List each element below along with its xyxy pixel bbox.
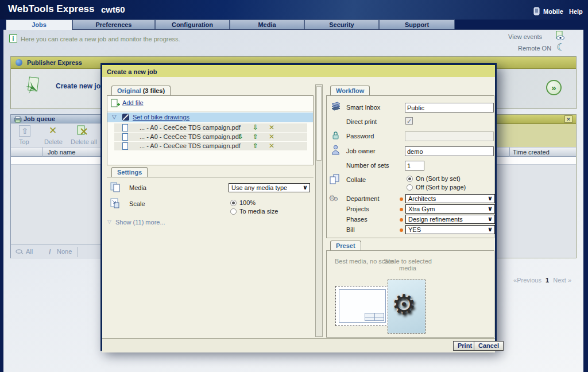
tab-original[interactable]: Original (3 files) bbox=[111, 86, 171, 95]
add-file-icon[interactable] bbox=[111, 99, 120, 109]
move-top-button[interactable]: Top bbox=[19, 138, 29, 145]
pagination-current-page[interactable]: 1 bbox=[546, 277, 549, 284]
mobile-icon[interactable] bbox=[533, 7, 541, 17]
select-all-icon[interactable] bbox=[16, 249, 24, 256]
tab-media[interactable]: Media bbox=[230, 20, 304, 29]
set-name-link[interactable]: Set of bike drawings bbox=[133, 114, 189, 121]
add-file-link[interactable]: Add file bbox=[122, 99, 144, 106]
tab-configuration[interactable]: Configuration bbox=[155, 20, 230, 29]
scale-media-size-radio[interactable]: To media size bbox=[230, 208, 278, 215]
select-none-icon[interactable]: / bbox=[49, 247, 51, 256]
file-name: ... - A0 - CeeCee TDS campaign.pdf bbox=[140, 124, 241, 131]
expander-icon[interactable]: ▽ bbox=[112, 114, 117, 120]
show-more-triangle-icon[interactable]: ▽ bbox=[107, 219, 111, 224]
file-icon bbox=[122, 142, 128, 150]
projects-select[interactable]: Xtra Gym∨ bbox=[405, 204, 495, 214]
show-more-link[interactable]: Show (11) more... bbox=[115, 219, 165, 226]
media-icon bbox=[110, 182, 121, 193]
view-events-icon[interactable] bbox=[555, 31, 565, 42]
preset-best-media-thumbnail[interactable] bbox=[335, 286, 389, 326]
smart-inbox-input[interactable] bbox=[405, 103, 494, 113]
radio-off-icon[interactable] bbox=[230, 208, 237, 215]
tab-workflow[interactable]: Workflow bbox=[330, 86, 370, 95]
move-down-icon[interactable]: ⇩ bbox=[238, 133, 243, 141]
required-dot bbox=[400, 228, 403, 232]
file-row: ... - A0 - CeeCee TDS campaign.pdf ⇧ ✕ bbox=[114, 142, 307, 150]
required-dot bbox=[400, 197, 403, 201]
department-select[interactable]: Architects∨ bbox=[405, 194, 495, 203]
radio-on-icon[interactable] bbox=[230, 200, 237, 206]
delete-icon[interactable]: ✕ bbox=[49, 125, 57, 137]
tab-preset[interactable]: Preset bbox=[330, 241, 361, 250]
remote-status[interactable]: Remote ON bbox=[518, 45, 551, 52]
print-button[interactable]: Print bbox=[453, 341, 477, 351]
tab-preferences[interactable]: Preferences bbox=[72, 20, 155, 29]
scale-label: Scale bbox=[129, 200, 145, 207]
pagination-next[interactable]: Next » bbox=[553, 277, 571, 284]
mobile-link[interactable]: Mobile bbox=[543, 8, 563, 15]
remove-file-icon[interactable]: ✕ bbox=[269, 142, 274, 150]
drawing-title-block bbox=[365, 313, 384, 321]
phases-select[interactable]: Design refinements∨ bbox=[405, 215, 495, 224]
job-owner-label: Job owner bbox=[346, 148, 376, 154]
page: WebTools Express cwt60 Mobile Help Jobs … bbox=[0, 0, 588, 372]
job-name-column-header[interactable]: Job name bbox=[48, 149, 75, 156]
tab-jobs[interactable]: Jobs bbox=[6, 20, 72, 30]
drawing-frame bbox=[339, 289, 386, 323]
number-of-sets-input[interactable] bbox=[405, 161, 424, 170]
file-name: ... - A0 - CeeCee TDS campaign.pdf bbox=[140, 142, 241, 149]
remove-file-icon[interactable]: ✕ bbox=[269, 133, 274, 141]
media-select[interactable]: Use any media type∨ bbox=[229, 183, 310, 192]
direct-print-checkbox[interactable]: ✓ bbox=[405, 117, 413, 125]
close-panel-icon[interactable]: ✕ bbox=[564, 115, 572, 123]
app-hostname: cwt60 bbox=[101, 5, 125, 14]
create-new-job-icon[interactable] bbox=[24, 76, 40, 96]
delete-all-icon[interactable] bbox=[76, 124, 88, 138]
projects-label: Projects bbox=[346, 206, 369, 212]
info-icon: i bbox=[9, 34, 17, 42]
original-file-list: Add file ▽ Set of bike drawings ... - A0… bbox=[107, 95, 314, 165]
number-of-sets-label: Number of sets bbox=[346, 162, 389, 169]
help-link[interactable]: Help bbox=[569, 8, 583, 15]
remote-moon-icon: ☾ bbox=[556, 41, 565, 53]
collate-off-radio[interactable]: Off (Sort by page) bbox=[407, 184, 466, 191]
dialog-footer: Print Cancel bbox=[102, 338, 495, 352]
tab-security[interactable]: Security bbox=[304, 20, 379, 29]
scrollbar-thumb[interactable] bbox=[316, 86, 322, 161]
footer-divider bbox=[78, 247, 78, 257]
bill-label: Bill bbox=[346, 226, 355, 233]
tab-support[interactable]: Support bbox=[379, 20, 455, 29]
file-set-row[interactable]: ▽ Set of bike drawings bbox=[107, 113, 313, 122]
delete-button[interactable]: Delete bbox=[44, 138, 63, 145]
file-name: ... - A0 - CeeCee TDS campaign.pdf bbox=[140, 133, 241, 140]
bill-select[interactable]: YES∨ bbox=[405, 225, 495, 234]
department-gears-icon: ⚙⚙ bbox=[328, 193, 339, 203]
scale-100-radio[interactable]: 100% bbox=[230, 199, 256, 206]
remove-file-icon[interactable]: ✕ bbox=[269, 123, 274, 131]
divider bbox=[107, 111, 313, 111]
cancel-button[interactable]: Cancel bbox=[474, 341, 504, 351]
move-down-icon[interactable]: ⇩ bbox=[253, 123, 258, 131]
dialog-scrollbar[interactable] bbox=[315, 84, 323, 337]
radio-on-icon[interactable] bbox=[407, 176, 413, 182]
app-title: WebTools Express bbox=[8, 3, 95, 15]
select-none-link[interactable]: None bbox=[57, 248, 72, 255]
gear-image: ⚙ bbox=[392, 288, 416, 320]
set-icon bbox=[122, 114, 129, 121]
delete-all-button[interactable]: Delete all bbox=[71, 138, 97, 145]
media-label: Media bbox=[129, 184, 146, 191]
tab-settings[interactable]: Settings bbox=[111, 167, 148, 177]
job-owner-input[interactable] bbox=[405, 146, 494, 156]
move-up-icon[interactable]: ⇧ bbox=[253, 133, 258, 141]
preset-scale-thumbnail[interactable]: ⚙ bbox=[388, 280, 425, 334]
pagination-previous[interactable]: «Previous bbox=[513, 277, 541, 284]
create-new-job-link[interactable]: Create new job bbox=[56, 82, 105, 90]
move-up-icon[interactable]: ⇧ bbox=[253, 142, 258, 150]
publisher-next-button[interactable]: » bbox=[546, 80, 562, 95]
collate-on-radio[interactable]: On (Sort by set) bbox=[407, 175, 461, 182]
view-events-link[interactable]: View events bbox=[508, 33, 542, 40]
move-top-icon[interactable]: ⇧ bbox=[19, 125, 30, 137]
radio-off-icon[interactable] bbox=[407, 184, 413, 191]
select-all-link[interactable]: All bbox=[26, 248, 33, 255]
time-created-column-header[interactable]: Time created bbox=[513, 149, 550, 156]
